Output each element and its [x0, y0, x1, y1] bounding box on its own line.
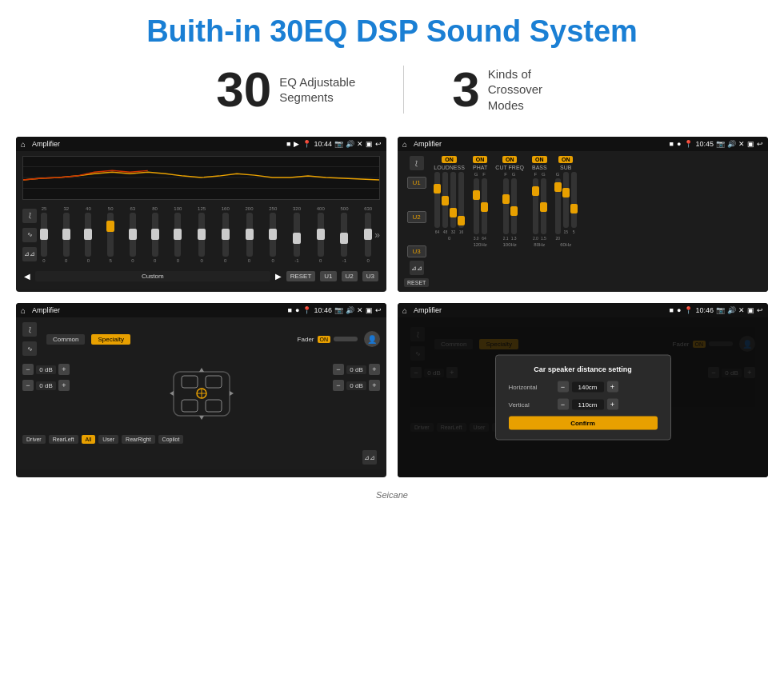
loud-thumb-2[interactable] — [442, 196, 449, 205]
status-icons-1: 📍 10:44 📷 🔊 ✕ ▣ ↩ — [302, 140, 382, 148]
horizontal-minus-btn[interactable]: − — [558, 381, 569, 393]
cross-reset-button[interactable]: RESET — [404, 278, 429, 287]
thumb-50[interactable] — [106, 221, 114, 232]
fr-plus-btn[interactable]: + — [369, 364, 380, 375]
thumb-63[interactable] — [129, 229, 137, 240]
loud-thumb-3[interactable] — [450, 208, 457, 217]
phat-thumb[interactable] — [473, 190, 480, 200]
sub-thumb-2[interactable] — [562, 188, 570, 197]
fr-minus-btn[interactable]: − — [333, 364, 344, 375]
thumb-400[interactable] — [317, 229, 325, 240]
eq-wave-icon[interactable]: ∿ — [22, 228, 37, 242]
bass-thumb[interactable] — [532, 186, 539, 196]
eq-u2-button[interactable]: U2 — [342, 271, 358, 281]
all-button[interactable]: All — [82, 435, 96, 444]
vertical-val: 110cm — [572, 399, 604, 409]
app-title-2: Amplifier — [414, 140, 442, 148]
distance-dialog: Car speaker distance setting Horizontal … — [495, 355, 671, 441]
stat-eq: 30 EQ AdjustableSegments — [168, 65, 403, 114]
rl-minus-btn[interactable]: − — [22, 380, 34, 391]
user-button[interactable]: User — [98, 435, 118, 444]
rr-minus-btn[interactable]: − — [333, 380, 344, 391]
filter-icon-2[interactable]: ⟅ — [410, 156, 424, 170]
spk-left-icons: ⟅ ∿ — [22, 322, 37, 356]
bass-thumb-2[interactable] — [540, 202, 547, 212]
x-icon-1: ✕ — [357, 140, 363, 148]
camera-icon-3: 📷 — [334, 306, 343, 314]
watermark-text: Seicane — [376, 490, 408, 500]
thumb-25[interactable] — [40, 229, 48, 240]
rr-db-val: 0 dB — [346, 381, 366, 390]
fr-db-val: 0 dB — [346, 365, 366, 374]
thumb-40[interactable] — [84, 229, 92, 240]
vol-icon-3[interactable]: ⊿⊿ — [362, 450, 377, 465]
wave-icon-3[interactable]: ∿ — [22, 341, 37, 356]
rr-plus-btn[interactable]: + — [369, 380, 380, 391]
rearleft-button[interactable]: RearLeft — [49, 435, 78, 444]
vol-icon-2[interactable]: ⊿⊿ — [410, 261, 424, 275]
eq-u3-button[interactable]: U3 — [362, 271, 378, 281]
rl-plus-btn[interactable]: + — [58, 380, 70, 391]
loud-thumb[interactable] — [434, 184, 441, 193]
page-wrapper: Buith-in 30EQ DSP Sound System 30 EQ Adj… — [0, 0, 784, 506]
eq-more-icon[interactable]: » — [374, 229, 380, 241]
u1-button[interactable]: U1 — [407, 177, 426, 189]
tab-common[interactable]: Common — [46, 334, 85, 345]
svg-rect-5 — [182, 376, 198, 388]
loudness-sliders: 64 48 32 16 — [434, 172, 464, 234]
loud-thumb-4[interactable] — [458, 216, 465, 225]
stat-crossover: 3 Kinds ofCrossover Modes — [404, 65, 615, 114]
cut-thumb-2[interactable] — [510, 206, 518, 216]
loud-freq: 0 — [448, 236, 450, 241]
eq-u1-button[interactable]: U1 — [320, 271, 336, 281]
rearright-button[interactable]: RearRight — [122, 435, 155, 444]
horizontal-plus-btn[interactable]: + — [607, 381, 618, 393]
thumb-80[interactable] — [151, 229, 159, 240]
dot-icon-4: ● — [677, 306, 681, 314]
home-icon-2[interactable]: ⌂ — [402, 140, 407, 149]
eq-slider-125: 125 0 — [198, 206, 206, 263]
phat-thumb-2[interactable] — [481, 202, 488, 212]
eq-next-button[interactable]: ▶ — [275, 272, 282, 281]
fader-track[interactable] — [334, 337, 358, 341]
copilot-button[interactable]: Copilot — [158, 435, 184, 444]
eq-slider-500: 500 -1 — [340, 206, 348, 263]
home-icon-4[interactable]: ⌂ — [402, 306, 407, 315]
thumb-200[interactable] — [246, 229, 254, 240]
play-icon-1: ▶ — [294, 140, 299, 148]
eq-prev-button[interactable]: ◀ — [24, 272, 30, 281]
confirm-button[interactable]: Confirm — [509, 417, 658, 430]
driver-button[interactable]: Driver — [22, 435, 46, 444]
thumb-630[interactable] — [364, 229, 372, 240]
tab-specialty[interactable]: Specialty — [91, 334, 130, 345]
u-buttons-col: ⟅ U1 U2 U3 ⊿⊿ RESET — [404, 156, 429, 287]
eq-reset-button[interactable]: RESET — [286, 271, 316, 281]
camera-icon-1: 📷 — [334, 140, 343, 148]
sub-thumb[interactable] — [554, 182, 562, 192]
cut-thumb[interactable] — [502, 194, 510, 204]
eq-vol-icon[interactable]: ⊿⊿ — [22, 247, 37, 261]
vertical-minus-btn[interactable]: − — [558, 399, 569, 410]
thumb-250[interactable] — [269, 229, 277, 240]
volume-icon-2: 🔊 — [727, 140, 736, 148]
u2-button[interactable]: U2 — [407, 211, 426, 223]
speaker-layout: − 0 dB + − 0 dB + — [22, 361, 380, 427]
thumb-500[interactable] — [340, 233, 348, 244]
thumb-32[interactable] — [62, 229, 70, 240]
avatar-icon[interactable]: 👤 — [364, 331, 380, 347]
thumb-100[interactable] — [174, 229, 182, 240]
eq-filter-icon[interactable]: ⟅ — [22, 209, 37, 223]
fl-minus-btn[interactable]: − — [22, 364, 34, 375]
thumb-160[interactable] — [222, 229, 230, 240]
vertical-plus-btn[interactable]: + — [607, 399, 618, 410]
fl-plus-btn[interactable]: + — [58, 364, 70, 375]
home-icon-3[interactable]: ⌂ — [21, 306, 26, 315]
home-icon-1[interactable]: ⌂ — [21, 140, 26, 149]
thumb-125[interactable] — [198, 229, 206, 240]
sub-label: SUB — [560, 165, 571, 170]
u3-button[interactable]: U3 — [407, 245, 426, 257]
filter-icon-3[interactable]: ⟅ — [22, 322, 37, 337]
cutfreq-sliders: F 2.1 G 1.3 — [503, 172, 517, 241]
thumb-320[interactable] — [293, 233, 301, 244]
sub-thumb-3[interactable] — [570, 204, 578, 213]
